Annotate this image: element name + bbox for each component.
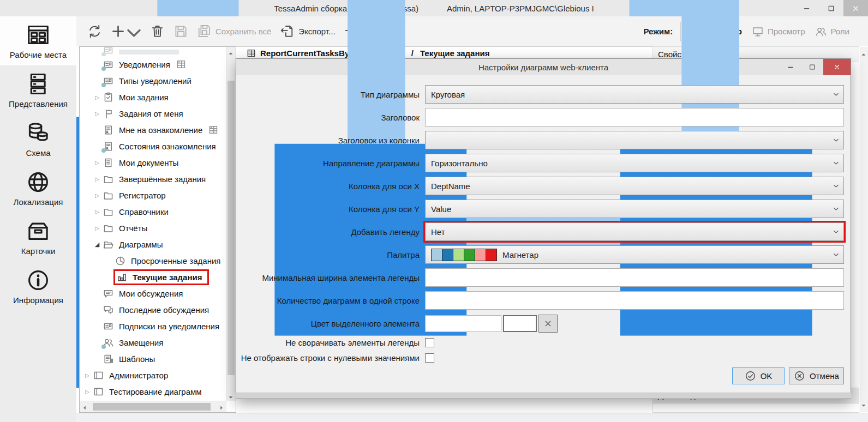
expander-icon[interactable]: ▷: [92, 192, 103, 198]
min-legend-width-input[interactable]: [425, 268, 844, 287]
folder-icon: [103, 190, 114, 201]
chevron-down-icon: [833, 161, 839, 165]
arrow-up-icon: [227, 50, 235, 57]
scrollbar-thumb[interactable]: [228, 81, 235, 375]
properties-scrollbar[interactable]: [860, 47, 868, 412]
tree-item-17[interactable]: Подписки на уведомления: [80, 318, 226, 334]
palette-swatch: [453, 249, 464, 261]
sidebar-item-schema[interactable]: Схема: [0, 114, 76, 164]
scrollbar-thumb[interactable]: [93, 403, 211, 411]
title-input[interactable]: [425, 108, 844, 126]
tree-item-3[interactable]: ▷Мои задания: [80, 89, 226, 105]
selected-color-preview-input[interactable]: [503, 315, 537, 332]
tree-item-6[interactable]: Состояния ознакомления: [80, 138, 226, 154]
chart-type-value: Круговая: [431, 90, 465, 99]
title-from-column-dropdown[interactable]: [425, 131, 844, 149]
tree-item-16[interactable]: Последние обсуждения: [80, 302, 226, 318]
tree-item-2[interactable]: Типы уведомлений: [80, 73, 226, 89]
x-axis-column-dropdown[interactable]: DeptName: [425, 177, 844, 195]
tree-item-12[interactable]: ◢Диаграммы: [80, 236, 226, 252]
tree-item-10[interactable]: ▷Справочники: [80, 203, 226, 220]
charts-per-row-input[interactable]: [425, 291, 844, 310]
sidebar-item-information[interactable]: Информация: [0, 262, 76, 311]
scroll-up-icon[interactable]: [227, 48, 235, 56]
dialog-maximize-button[interactable]: [801, 59, 823, 75]
expander-icon[interactable]: ▷: [92, 111, 103, 117]
tree-item-1[interactable]: Уведомления: [80, 56, 226, 73]
add-legend-dropdown[interactable]: Нет: [425, 222, 844, 241]
field-row-direction: Направление диаграммыГоризонтально: [236, 154, 844, 172]
tree-item-9[interactable]: ▷Регистратор: [80, 187, 226, 203]
scroll-down-icon[interactable]: [227, 392, 235, 400]
scroll-down-icon[interactable]: [860, 400, 867, 408]
cancel-button[interactable]: Отмена: [789, 367, 844, 384]
sidebar-item-cards[interactable]: Карточки: [0, 213, 76, 262]
expander-icon[interactable]: ▷: [82, 389, 93, 395]
hide-zero-rows-checkbox[interactable]: [425, 353, 434, 363]
expander-icon[interactable]: ▷: [92, 209, 103, 215]
tree-item-13[interactable]: Просроченные задания: [80, 252, 226, 269]
scroll-right-icon[interactable]: [218, 402, 225, 410]
scroll-up-icon[interactable]: [860, 49, 867, 57]
field-label: Тип диаграммы: [236, 90, 425, 99]
field-label: Добавить легенду: [236, 227, 425, 237]
expander-icon[interactable]: ▷: [92, 225, 103, 231]
tree-item-14[interactable]: Текущие задания: [80, 269, 226, 285]
tree-horizontal-scrollbar[interactable]: [80, 401, 226, 412]
tree-vertical-scrollbar[interactable]: [226, 47, 236, 401]
sidebar-item-workplaces[interactable]: Рабочие места: [0, 16, 76, 65]
schema-icon: [26, 120, 51, 146]
toolbar-delete-button[interactable]: [150, 24, 165, 39]
no-collapse-legend-checkbox[interactable]: [425, 338, 434, 347]
views-icon: [26, 71, 51, 97]
tree-item-5[interactable]: Мне на ознакомление: [80, 122, 226, 138]
chevron-down-icon: [833, 207, 839, 211]
ok-button[interactable]: OK: [732, 367, 785, 384]
selected-color-text-input[interactable]: [425, 315, 501, 332]
y-axis-column-value: Value: [431, 204, 451, 214]
tree-item-11[interactable]: ▷Отчёты: [80, 220, 226, 236]
dialog-close-button[interactable]: [823, 59, 851, 75]
tree-item-label: Шаблоны: [119, 354, 155, 364]
clear-color-button[interactable]: [538, 315, 558, 333]
clipped-text: [119, 50, 179, 55]
direction-dropdown[interactable]: Горизонтально: [425, 154, 844, 172]
x-axis-column-value: DeptName: [431, 182, 470, 191]
speech-icon: [103, 288, 114, 299]
table-badge-icon: [176, 59, 187, 70]
scroll-left-icon[interactable]: [81, 402, 88, 410]
tree-item-19[interactable]: Шаблоны: [80, 351, 226, 367]
speech-icon: [103, 288, 114, 299]
expander-icon[interactable]: ▷: [92, 176, 103, 182]
toolbar-save-button[interactable]: [173, 24, 188, 39]
y-axis-column-dropdown[interactable]: Value: [425, 200, 844, 218]
toolbar-add-button[interactable]: [111, 22, 141, 41]
window-icon: [93, 370, 104, 381]
table-badge-icon: [208, 124, 219, 135]
expander-icon[interactable]: ▷: [92, 94, 103, 100]
chart-type-dropdown[interactable]: Круговая: [425, 85, 844, 104]
tree-item-4[interactable]: ▷Задания от меня: [80, 105, 226, 122]
expander-icon[interactable]: ◢: [92, 241, 103, 248]
sidebar-item-views[interactable]: Представления: [0, 65, 76, 114]
info-icon: [26, 268, 51, 293]
tree-item-8[interactable]: ▷Завершённые задания: [80, 171, 226, 187]
tree-item-21[interactable]: ▷Тестирование диаграмм: [80, 383, 226, 400]
globe-icon: [26, 170, 51, 195]
teal-dot: [101, 67, 106, 71]
expander-icon[interactable]: ▷: [82, 372, 93, 378]
tree-item-18[interactable]: Замещения: [80, 334, 226, 351]
expander-icon[interactable]: ▷: [92, 160, 103, 166]
dialog-minimize-button[interactable]: [780, 59, 801, 75]
tree-item-15[interactable]: Мои обсуждения: [80, 285, 226, 302]
field-row-no-collapse-legend: Не сворачивать элементы легенды: [236, 337, 844, 348]
toolbar-refresh-button[interactable]: [87, 24, 102, 39]
field-label: Цвет выделенного элемента: [236, 319, 425, 328]
tree-item-20[interactable]: ▷Администратор: [80, 367, 226, 383]
teal-dot: [101, 148, 106, 153]
tree-item-7[interactable]: ▷Мои документы: [80, 154, 226, 171]
tree-item-0[interactable]: [80, 47, 226, 56]
sidebar-item-localization[interactable]: Локализация: [0, 164, 76, 213]
palette-dropdown[interactable]: Магнетар: [425, 245, 844, 264]
doc-person-icon: [103, 124, 114, 136]
